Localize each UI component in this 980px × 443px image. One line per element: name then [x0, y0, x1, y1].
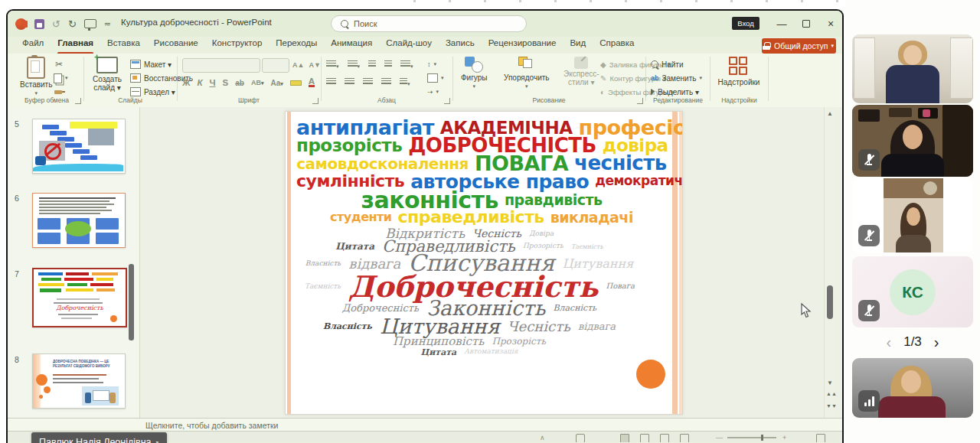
decrease-indent-button[interactable]: [368, 60, 376, 70]
thumbnail-panel: 5 6: [8, 107, 140, 418]
layout-button[interactable]: Макет ▾: [130, 58, 172, 70]
replace-button[interactable]: abЗаменить▾: [651, 72, 702, 84]
scroll-down-icon[interactable]: ▼: [827, 379, 833, 386]
paste-button[interactable]: Вставить▾: [20, 57, 52, 96]
undo-icon[interactable]: ↺: [52, 19, 60, 29]
previous-slide-icon[interactable]: ▲▲: [826, 392, 834, 396]
ribbon-tab[interactable]: Слайд-шоу: [379, 37, 439, 54]
dialog-launcher-icon[interactable]: [312, 98, 318, 104]
participant-initials-tile[interactable]: КС: [852, 256, 973, 327]
shapes-button[interactable]: Фигуры▾: [461, 57, 487, 90]
zoom-in-icon[interactable]: +: [782, 434, 786, 441]
ribbon-tab[interactable]: Переходы: [269, 37, 324, 54]
redo-icon[interactable]: ↻: [68, 19, 77, 29]
bold-button[interactable]: Ж: [182, 78, 190, 87]
char-spacing-button[interactable]: АВ▾: [251, 79, 264, 86]
plus-overlay-icon[interactable]: +: [158, 433, 167, 443]
thumbnail-scrollbar[interactable]: [129, 264, 134, 340]
line-spacing-button[interactable]: ▾: [400, 60, 413, 70]
arrange-button[interactable]: Упорядочить▾: [504, 57, 550, 90]
scrollbar-thumb[interactable]: [827, 285, 833, 319]
participant-video-2[interactable]: [852, 105, 973, 177]
align-left-button[interactable]: [326, 78, 336, 87]
align-text-icon: [427, 73, 438, 83]
zoom-out-icon[interactable]: —: [716, 434, 723, 441]
cut-button[interactable]: ✂: [55, 58, 63, 70]
fit-slide-icon[interactable]: [816, 434, 825, 442]
dialog-launcher-icon[interactable]: [444, 98, 450, 104]
strikethrough-button[interactable]: ab: [235, 79, 244, 87]
copy-button[interactable]: ▾: [54, 72, 68, 84]
participant-video-3[interactable]: [852, 178, 973, 252]
ribbon-tab[interactable]: Рисование: [147, 37, 205, 54]
slide-canvas[interactable]: антиплагіатАКАДЕМІЧНАпрофесіоналізм проз…: [285, 111, 683, 415]
view-slideshow-icon[interactable]: [680, 434, 689, 442]
font-name-select[interactable]: [182, 58, 260, 73]
ribbon-tab[interactable]: Анимация: [324, 37, 379, 54]
thumbnail-slide-6[interactable]: [32, 193, 126, 248]
minimize-button[interactable]: —: [772, 17, 792, 31]
presenter-name-tag[interactable]: Павлюк Надія Леонідівна ▾: [31, 432, 167, 443]
new-slide-button[interactable]: Создать слайд ▾: [89, 57, 126, 92]
thumbnail-slide-5[interactable]: [32, 119, 126, 174]
ribbon-tab[interactable]: Вид: [563, 37, 593, 54]
zoom-slider[interactable]: [727, 437, 776, 438]
shadow-button[interactable]: S: [223, 78, 229, 87]
restore-button[interactable]: [796, 17, 816, 31]
status-notes-icon[interactable]: ∧: [540, 434, 545, 441]
bullets-button[interactable]: ▾: [326, 60, 339, 70]
thumbnail-slide-7-selected[interactable]: Доброчесність: [32, 268, 127, 327]
addins-button[interactable]: Надстройки: [720, 57, 758, 86]
numbering-button[interactable]: ▾: [348, 60, 361, 70]
slide5-wave: [33, 164, 123, 171]
participant-video-4[interactable]: [852, 358, 973, 418]
highlight-button[interactable]: [290, 80, 302, 86]
view-normal-icon[interactable]: [620, 434, 629, 442]
search-box[interactable]: Поиск: [331, 15, 527, 32]
canvas-scrollbar[interactable]: ▲ ▼ ▲▲ ▼▼: [824, 107, 835, 418]
ribbon-tab[interactable]: Конструктор: [205, 37, 270, 54]
grow-font-button[interactable]: А▲: [292, 61, 304, 69]
view-sorter-icon[interactable]: [640, 434, 649, 442]
dialog-launcher-icon[interactable]: [75, 98, 81, 104]
underline-button[interactable]: Ч: [209, 78, 215, 87]
shrink-font-button[interactable]: А▼: [309, 61, 320, 69]
increase-indent-button[interactable]: [384, 60, 392, 70]
justify-button[interactable]: [381, 78, 391, 87]
notes-panel[interactable]: Щелкните, чтобы добавить заметки: [8, 418, 842, 432]
change-case-button[interactable]: Аа▾: [270, 79, 283, 87]
scroll-up-icon[interactable]: ▲: [827, 110, 833, 117]
wordcloud-word: Прозорість: [488, 337, 550, 346]
page-next-icon[interactable]: ›: [934, 334, 939, 351]
italic-button[interactable]: К: [197, 78, 202, 87]
ribbon-tab[interactable]: Вставка: [100, 37, 147, 54]
close-button[interactable]: ×: [821, 17, 841, 31]
ribbon-tab[interactable]: Запись: [439, 37, 482, 54]
ribbon-tab[interactable]: Главная: [51, 37, 100, 54]
font-size-select[interactable]: [262, 58, 289, 73]
main-area: 5 6: [8, 107, 842, 418]
next-slide-icon[interactable]: ▼▼: [826, 404, 834, 409]
signin-button[interactable]: Вход: [732, 17, 760, 30]
start-slideshow-icon[interactable]: [84, 19, 96, 28]
align-right-button[interactable]: [363, 78, 373, 87]
ribbon-tab[interactable]: Рецензирование: [482, 37, 564, 54]
find-button[interactable]: Найти: [651, 58, 684, 70]
page-prev-icon[interactable]: ‹: [887, 334, 892, 351]
thumbnail-slide-8[interactable]: ДОБРОЧЕСНА ПОВЕДІНКА — ЦЕ РЕЗУЛЬТАТ СВІД…: [32, 353, 126, 409]
dialog-launcher-icon[interactable]: [637, 98, 643, 104]
font-color-button[interactable]: А: [309, 78, 315, 87]
status-comments-icon[interactable]: [576, 434, 585, 442]
align-text-button[interactable]: ▾: [427, 72, 444, 84]
align-center-button[interactable]: [345, 78, 354, 87]
save-icon[interactable]: [34, 19, 44, 29]
columns-button[interactable]: ▾: [400, 78, 410, 87]
customize-toolbar-icon[interactable]: ≂: [104, 19, 111, 29]
participant-video-1[interactable]: [852, 34, 973, 103]
ribbon-tab[interactable]: Справка: [593, 37, 641, 54]
view-reading-icon[interactable]: [660, 434, 669, 442]
ribbon-tab[interactable]: Файл: [15, 37, 51, 54]
text-direction-button[interactable]: ↕▾: [427, 58, 436, 70]
share-button[interactable]: Общий доступ▾: [762, 38, 836, 54]
quick-styles-button[interactable]: Экспресс-стили ▾: [564, 57, 599, 86]
